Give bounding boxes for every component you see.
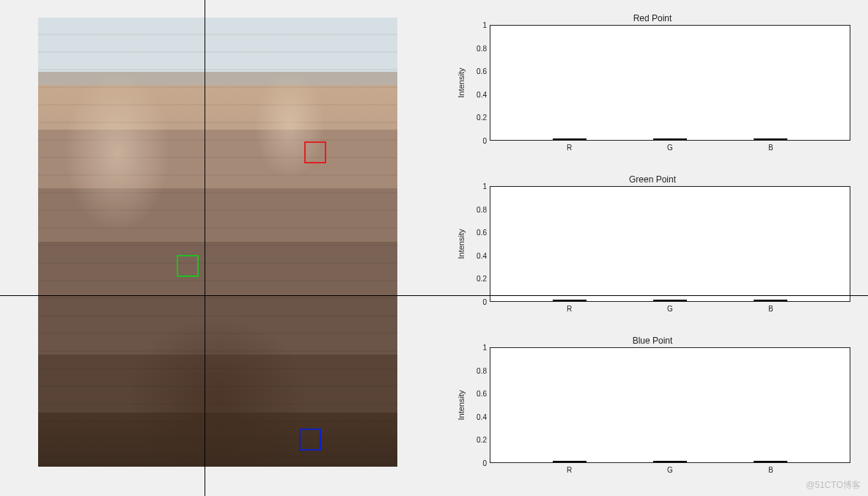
xticks: R G B bbox=[490, 463, 850, 474]
chart-blue: Blue Point Intensity 0 0.2 0.4 0.6 0.8 1… bbox=[455, 336, 850, 482]
canyon-image bbox=[38, 18, 397, 467]
crosshair-horizontal bbox=[0, 295, 868, 296]
chart-title: Red Point bbox=[455, 13, 850, 23]
ylabel: Intensity bbox=[455, 186, 468, 302]
ylabel: Intensity bbox=[455, 25, 468, 141]
yticks: 0 0.2 0.4 0.6 0.8 1 bbox=[468, 25, 490, 141]
chart-red: Red Point Intensity 0 0.2 0.4 0.6 0.8 1 … bbox=[455, 13, 850, 160]
bar-g bbox=[653, 461, 687, 462]
yticks: 0 0.2 0.4 0.6 0.8 1 bbox=[468, 347, 490, 463]
sample-box-red[interactable] bbox=[304, 141, 326, 163]
axes-box[interactable] bbox=[490, 25, 850, 141]
sample-box-green[interactable] bbox=[177, 255, 199, 277]
bar-g bbox=[653, 138, 687, 140]
yticks: 0 0.2 0.4 0.6 0.8 1 bbox=[468, 186, 490, 302]
axes-box[interactable] bbox=[490, 186, 850, 302]
bar-r bbox=[553, 138, 586, 140]
xticks: R G B bbox=[490, 141, 850, 152]
bar-b bbox=[754, 461, 787, 462]
watermark: @51CTO博客 bbox=[806, 479, 861, 492]
chart-title: Green Point bbox=[455, 174, 850, 185]
sample-box-blue[interactable] bbox=[299, 429, 321, 451]
bar-g bbox=[653, 300, 687, 301]
ylabel: Intensity bbox=[455, 347, 468, 463]
bar-r bbox=[553, 461, 586, 462]
chart-title: Blue Point bbox=[455, 336, 850, 346]
bar-r bbox=[553, 300, 586, 301]
charts-panel: Red Point Intensity 0 0.2 0.4 0.6 0.8 1 … bbox=[455, 13, 850, 482]
bar-b bbox=[754, 138, 787, 140]
axes-box[interactable] bbox=[490, 347, 850, 463]
bar-b bbox=[754, 300, 787, 301]
xticks: R G B bbox=[490, 302, 850, 313]
chart-green: Green Point Intensity 0 0.2 0.4 0.6 0.8 … bbox=[455, 174, 850, 321]
crosshair-vertical bbox=[205, 0, 205, 496]
image-panel[interactable] bbox=[38, 18, 397, 467]
